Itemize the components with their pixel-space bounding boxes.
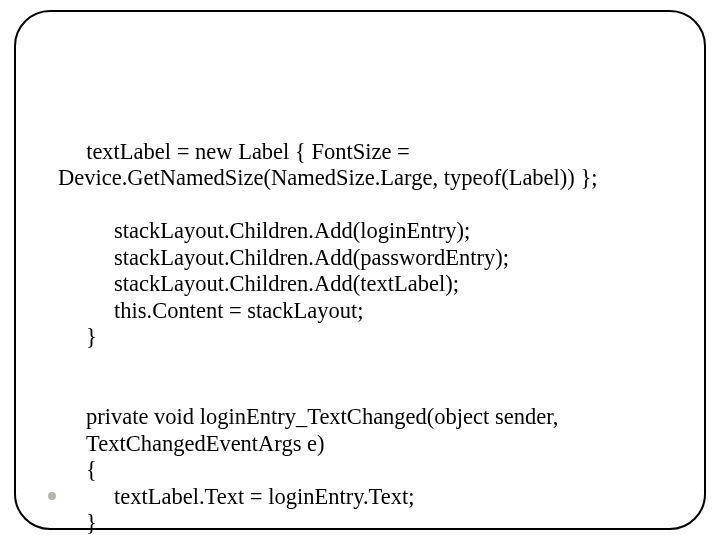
code-line: } — [58, 324, 662, 351]
code-line: stackLayout.Children.Add(passwordEntry); — [58, 245, 662, 272]
code-line: private void loginEntry_TextChanged(obje… — [58, 404, 662, 457]
code-block: textLabel = new Label { FontSize = Devic… — [58, 112, 662, 540]
code-line: textLabel = new Label { FontSize = Devic… — [58, 139, 598, 191]
code-line: this.Content = stackLayout; — [58, 298, 662, 325]
code-line: stackLayout.Children.Add(loginEntry); — [58, 218, 662, 245]
slide-frame: textLabel = new Label { FontSize = Devic… — [14, 10, 706, 530]
code-line: } — [58, 510, 662, 537]
code-line: { — [58, 457, 662, 484]
code-line: textLabel.Text = loginEntry.Text; — [58, 484, 662, 511]
bullet-dot-icon — [48, 492, 56, 500]
code-line: stackLayout.Children.Add(textLabel); — [58, 271, 662, 298]
